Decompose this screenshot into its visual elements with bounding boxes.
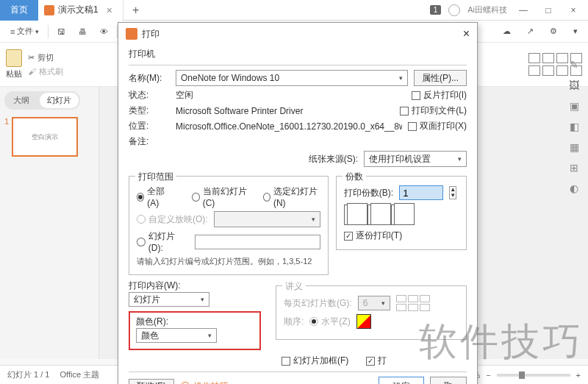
right-toolbar: ✎ 🖼 ▣ ◧ ▦ ⊞ ◐ — [563, 59, 585, 196]
radio-selected[interactable]: 选定幻灯片(N) — [263, 185, 320, 208]
print-icon[interactable]: 🖶 — [74, 25, 91, 38]
ai-label: Ai田螺科技 — [467, 4, 507, 15]
status-value: 空闲 — [176, 89, 406, 102]
play-icon — [180, 382, 190, 385]
per-page-select: 6▾ — [358, 296, 390, 310]
slides-input[interactable] — [195, 235, 320, 249]
dialog-close-button[interactable]: × — [463, 27, 470, 40]
comment-label: 备注: — [129, 135, 170, 148]
print-dialog: 打印 × 打印机 名称(M): OneNote for Windows 10▾ … — [118, 22, 478, 384]
collate-preview — [344, 205, 459, 225]
reverse-checkbox[interactable]: 反片打印(I) — [412, 89, 467, 102]
paper-source-label: 纸张来源(S): — [309, 153, 358, 166]
zoom-in[interactable]: + — [576, 371, 581, 380]
dialog-icon — [126, 28, 137, 40]
duplex-checkbox[interactable]: 双面打印(X) — [408, 120, 467, 132]
ok-button[interactable]: 确定 — [379, 377, 424, 384]
thumb-number: 1 — [4, 117, 9, 157]
zoom-slider[interactable] — [497, 374, 570, 377]
copies-spinner[interactable]: ▲▼ — [449, 186, 456, 199]
color-label: 颜色(R): — [136, 316, 254, 328]
properties-button[interactable]: 属性(P)... — [414, 70, 467, 86]
clipboard-icon — [6, 49, 22, 67]
location-value: Microsoft.Office.OneNote_16001.12730.201… — [176, 121, 402, 132]
range-hint: 请输入幻灯片编号或幻灯片范围。例如，1,3,5-12 — [137, 256, 320, 267]
presentation-icon — [44, 5, 54, 15]
per-page-label: 每页幻灯片数(G): — [284, 297, 352, 310]
tab-outline[interactable]: 大纲 — [6, 93, 37, 108]
theme-label: Office 主题 — [60, 369, 99, 380]
radio-horizontal: 水平(Z) — [309, 316, 350, 328]
print-hidden-checkbox[interactable]: 打 — [366, 355, 387, 367]
tool-icon[interactable]: ⊞ — [567, 162, 581, 175]
save-icon[interactable]: 🖫 — [53, 25, 70, 38]
paper-source-select[interactable]: 使用打印机设置▾ — [364, 151, 467, 167]
window-minimize[interactable]: — — [514, 5, 532, 15]
radio-current[interactable]: 当前幻灯片(C) — [192, 185, 249, 208]
tool-icon[interactable]: ◧ — [567, 121, 581, 134]
name-label: 名称(M): — [129, 72, 170, 85]
type-label: 类型: — [129, 104, 170, 117]
format-painter-button: 🖌格式刷 — [28, 66, 63, 77]
titlebar: 首页 演示文稿1 × + 1 Ai田螺科技 — □ × — [0, 0, 588, 21]
slide-thumbnail[interactable]: 空白演示 — [12, 117, 78, 157]
content-label: 打印内容(W): — [129, 280, 261, 292]
printer-section-label: 打印机 — [129, 48, 467, 60]
tab-close-icon[interactable]: × — [102, 4, 117, 16]
frame-checkbox[interactable]: 幻灯片加框(F) — [282, 355, 348, 367]
type-value: Microsoft Software Printer Driver — [176, 106, 394, 116]
tips-link[interactable]: 操作技巧 — [180, 380, 229, 384]
color-swatch-icon — [356, 314, 371, 329]
printer-select[interactable]: OneNote for Windows 10▾ — [176, 70, 408, 86]
tab-document[interactable]: 演示文稿1 × — [38, 0, 123, 21]
order-label: 顺序: — [284, 316, 304, 328]
settings-icon[interactable]: ⚙ — [545, 24, 562, 38]
cut-button[interactable]: ✂剪切 — [28, 52, 63, 63]
tab-add-button[interactable]: + — [123, 4, 148, 17]
side-tabs: 大纲 幻灯片 — [4, 91, 80, 110]
tab-slides[interactable]: 幻灯片 — [40, 93, 79, 108]
window-maximize[interactable]: □ — [539, 5, 557, 15]
zoom-out[interactable]: − — [486, 371, 490, 380]
range-title: 打印范围 — [135, 171, 176, 183]
menu-button[interactable]: ≡文件▾ — [6, 24, 43, 39]
tool-icon[interactable]: ✎ — [567, 59, 581, 72]
slide-counter: 幻灯片 1 / 1 — [7, 369, 49, 380]
window-close[interactable]: × — [564, 5, 582, 15]
tab-home[interactable]: 首页 — [0, 0, 38, 21]
dialog-title: 打印 — [142, 28, 159, 40]
avatar-icon[interactable] — [448, 4, 460, 16]
help-icon[interactable]: ▾ — [569, 24, 582, 38]
tool-icon[interactable]: ▣ — [567, 100, 581, 113]
tool-icon[interactable]: ▦ — [567, 141, 581, 154]
copies-input[interactable] — [399, 185, 443, 200]
tool-icon[interactable]: 🖼 — [567, 79, 581, 93]
copies-label: 打印份数(B): — [344, 187, 393, 199]
radio-all[interactable]: 全部(A) — [137, 185, 171, 208]
handout-title: 讲义 — [282, 280, 306, 293]
location-label: 位置: — [129, 120, 170, 132]
color-select[interactable]: 颜色▾ — [136, 328, 217, 343]
content-select[interactable]: 幻灯片▾ — [129, 292, 209, 307]
tool-icon[interactable]: ◐ — [567, 182, 581, 196]
side-panel: 大纲 幻灯片 1 空白演示 — [0, 87, 99, 359]
cloud-icon[interactable]: ☁ — [498, 24, 515, 38]
share-icon[interactable]: ↗ — [523, 24, 538, 38]
preview-button[interactable]: 预览(E) — [129, 379, 174, 385]
tab-doc-label: 演示文稿1 — [58, 4, 98, 16]
radio-custom: 自定义放映(O): — [137, 213, 208, 226]
paste-label: 粘贴 — [6, 68, 22, 79]
color-highlight-box: 颜色(R): 颜色▾ — [129, 311, 261, 350]
print-to-file-checkbox[interactable]: 打印到文件(L) — [400, 104, 467, 117]
handout-layout-icon — [396, 295, 430, 311]
cancel-button[interactable]: 取 — [430, 377, 467, 384]
preview-icon[interactable]: 👁 — [96, 25, 112, 38]
paste-button[interactable]: 粘贴 — [6, 49, 22, 79]
copies-title: 份数 — [343, 171, 366, 183]
radio-slides[interactable]: 幻灯片(D): — [137, 230, 189, 253]
collate-checkbox[interactable]: 逐份打印(T) — [344, 230, 459, 242]
custom-show-select: ▾ — [214, 211, 320, 227]
notification-badge[interactable]: 1 — [430, 5, 442, 15]
status-label: 状态: — [129, 89, 170, 102]
